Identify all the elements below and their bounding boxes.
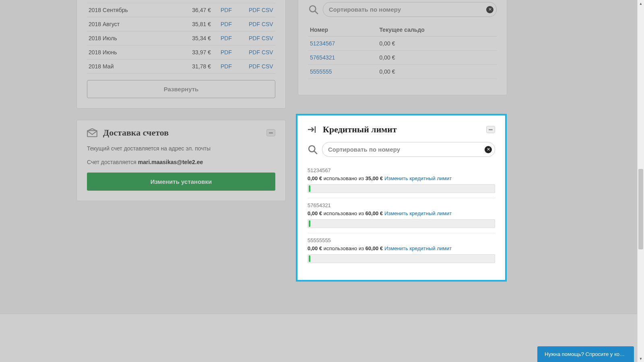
table-row: 2018 Август35,81 €PDFPDF CSV <box>87 17 275 31</box>
delivery-card: Доставка счетов Текущий счет доставляетс… <box>76 120 286 201</box>
balance-value: 0,00 € <box>378 65 497 79</box>
invoice-detail-csv-link[interactable]: CSV <box>262 63 273 70</box>
invoice-detail-pdf-link[interactable]: PDF <box>249 7 260 13</box>
credit-number: 51234567 <box>308 167 495 173</box>
invoice-amount: 36,47 € <box>183 3 219 17</box>
credit-usage-text: 0,00 € использовано из 60,00 €Изменить к… <box>308 245 495 251</box>
balance-value: 0,00 € <box>378 51 497 65</box>
balance-number-link[interactable]: 57654321 <box>310 54 335 61</box>
help-chat-tab[interactable]: Нужна помощь? Спросите у консул... <box>537 346 634 362</box>
invoice-amount: 31,78 € <box>183 60 219 74</box>
search-icon <box>308 144 318 155</box>
invoice-pdf-link[interactable]: PDF <box>221 35 232 41</box>
svg-line-2 <box>315 11 318 14</box>
svg-point-1 <box>310 6 316 12</box>
credit-number: 55555555 <box>308 237 495 243</box>
scroll-up-icon[interactable]: ▲ <box>638 0 644 7</box>
credit-usage-text: 0,00 € использовано из 60,00 €Изменить к… <box>308 210 495 216</box>
invoice-pdf-link[interactable]: PDF <box>221 63 232 70</box>
clear-search-button[interactable]: ✕ <box>486 6 493 13</box>
table-row: 2018 Сентябрь36,47 €PDFPDF CSV <box>87 3 275 17</box>
invoice-amount: 35,34 € <box>183 31 219 45</box>
col-balance: Текущее сальдо <box>378 23 497 37</box>
delivery-email: mari.maasikas@tele2.ee <box>138 159 203 165</box>
arrow-in-icon <box>308 125 317 134</box>
delivery-title: Доставка счетов <box>103 128 169 138</box>
invoice-pdf-link[interactable]: PDF <box>221 7 232 13</box>
invoice-detail-pdf-link[interactable]: PDF <box>249 35 260 41</box>
svg-line-6 <box>314 151 317 154</box>
table-row: 2018 Май31,78 €PDFPDF CSV <box>87 60 275 74</box>
expand-button[interactable]: Развернуть <box>87 80 275 98</box>
vertical-scrollbar[interactable]: ▲ ▼ <box>637 0 644 362</box>
table-row: 55555550,00 € <box>308 65 497 79</box>
change-credit-limit-link[interactable]: Изменить кредитный лимит <box>384 210 452 216</box>
change-settings-button[interactable]: Изменить установки <box>87 173 275 191</box>
invoice-amount: 33,97 € <box>183 45 219 60</box>
invoice-detail-csv-link[interactable]: CSV <box>262 7 273 13</box>
credit-title: Кредитный лимит <box>323 124 397 135</box>
invoice-pdf-link[interactable]: PDF <box>221 49 232 56</box>
invoices-card: 2018 Октябрь31,05 €PDFPDF CSV2018 Сентяб… <box>76 0 286 109</box>
balance-value: 0,00 € <box>378 37 497 51</box>
change-credit-limit-link[interactable]: Изменить кредитный лимит <box>384 175 452 181</box>
invoice-period: 2018 Июль <box>87 31 183 45</box>
invoice-detail-pdf-link[interactable]: PDF <box>249 21 260 27</box>
credit-progress <box>308 184 495 193</box>
balance-search-input[interactable] <box>323 2 497 17</box>
svg-rect-0 <box>87 131 97 137</box>
table-row: 2018 Июль35,34 €PDFPDF CSV <box>87 31 275 45</box>
collapse-icon[interactable] <box>486 126 495 133</box>
credit-limit-item: 512345670,00 € использовано из 35,00 €Из… <box>308 163 495 198</box>
invoice-amount: 35,81 € <box>183 17 219 31</box>
scroll-down-icon[interactable]: ▼ <box>638 355 644 362</box>
invoice-pdf-link[interactable]: PDF <box>221 21 232 27</box>
invoices-table: 2018 Октябрь31,05 €PDFPDF CSV2018 Сентяб… <box>87 0 275 74</box>
invoice-detail-csv-link[interactable]: CSV <box>262 21 273 27</box>
credit-limit-item: 576543210,00 € использовано из 60,00 €Из… <box>308 198 495 233</box>
invoice-detail-pdf-link[interactable]: PDF <box>249 63 260 70</box>
scroll-thumb[interactable] <box>638 169 643 249</box>
balance-table: Номер Текущее сальдо 512345670,00 €57654… <box>308 23 497 79</box>
change-credit-limit-link[interactable]: Изменить кредитный лимит <box>384 245 452 251</box>
invoice-detail-csv-link[interactable]: CSV <box>262 49 273 56</box>
invoice-period: 2018 Май <box>87 60 183 74</box>
credit-usage-text: 0,00 € использовано из 35,00 €Изменить к… <box>308 175 495 181</box>
invoice-period: 2018 Август <box>87 17 183 31</box>
invoice-period: 2018 Октябрь <box>87 0 183 3</box>
delivery-line2-prefix: Счет доставляется <box>87 159 138 165</box>
credit-number: 57654321 <box>308 202 495 208</box>
svg-point-5 <box>309 146 315 152</box>
collapse-icon[interactable] <box>266 129 275 136</box>
credit-progress <box>308 219 495 228</box>
invoice-period: 2018 Сентябрь <box>87 3 183 17</box>
table-row: 2018 Октябрь31,05 €PDFPDF CSV <box>87 0 275 3</box>
balance-number-link[interactable]: 51234567 <box>310 40 335 47</box>
credit-limit-panel: Кредитный лимит ✕ 512345670,00 € использ… <box>296 114 507 282</box>
envelope-icon <box>87 128 97 137</box>
table-row: 512345670,00 € <box>308 37 497 51</box>
credit-limit-item: 555555550,00 € использовано из 60,00 €Из… <box>308 233 495 268</box>
invoice-detail-pdf-link[interactable]: PDF <box>249 49 260 56</box>
invoice-detail-csv-link[interactable]: CSV <box>262 35 273 41</box>
col-number: Номер <box>308 23 378 37</box>
credit-search-input[interactable] <box>322 142 495 157</box>
balance-number-link[interactable]: 5555555 <box>310 68 332 75</box>
invoice-period: 2018 Июнь <box>87 45 183 60</box>
table-row: 576543210,00 € <box>308 51 497 65</box>
balance-card: ✕ Номер Текущее сальдо 512345670,00 €576… <box>298 0 507 95</box>
clear-search-button[interactable]: ✕ <box>485 146 492 153</box>
invoice-amount: 31,05 € <box>183 0 219 3</box>
search-icon <box>308 4 319 15</box>
credit-progress <box>308 254 495 263</box>
table-row: 2018 Июнь33,97 €PDFPDF CSV <box>87 45 275 60</box>
delivery-line2: Счет доставляется mari.maasikas@tele2.ee <box>87 159 275 165</box>
delivery-line1: Текущий счет доставляется на адрес эл. п… <box>87 145 275 152</box>
